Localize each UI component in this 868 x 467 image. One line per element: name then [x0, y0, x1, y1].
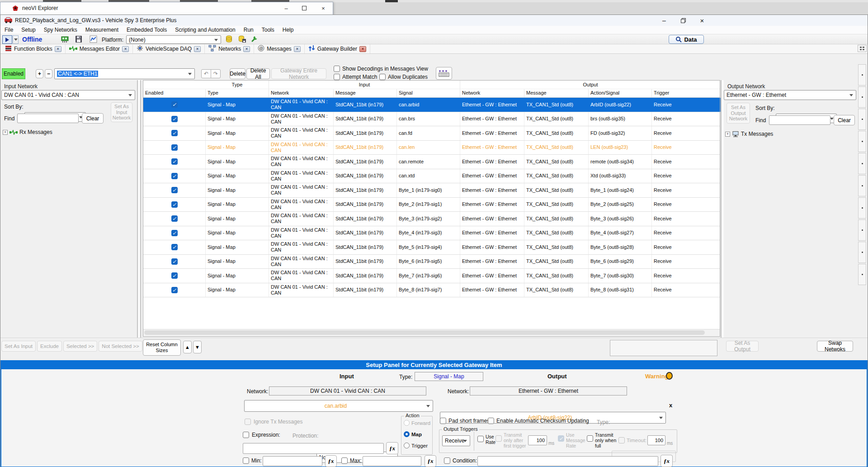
report-button[interactable] [90, 35, 99, 44]
cell-input-network[interactable]: DW CAN 01 - Vivid CAN : CAN [269, 141, 334, 155]
column-header-network[interactable]: Network [460, 89, 524, 97]
panel-layout-button[interactable] [858, 45, 867, 52]
cell-enabled[interactable]: ✓ [143, 198, 206, 212]
output-signal-remove-button[interactable]: x [669, 402, 672, 409]
cell-input-network[interactable]: DW CAN 01 - Vivid CAN : CAN [269, 269, 334, 283]
table-horizontal-scrollbar[interactable] [143, 329, 720, 336]
output-find-input[interactable] [769, 115, 830, 125]
column-header-trigger[interactable]: Trigger [652, 89, 721, 97]
save-button[interactable] [75, 35, 85, 44]
column-header-network[interactable]: Network [269, 89, 334, 97]
cell-type[interactable]: Signal - Map [206, 141, 269, 155]
cell-action-signal[interactable]: remote (out8-sig34) [589, 155, 652, 169]
cell-action-signal[interactable]: Byte_6 (out8-sig29) [589, 255, 652, 269]
cell-enabled[interactable]: ✓ [143, 283, 206, 297]
cell-enabled[interactable]: ✓ [143, 141, 206, 155]
neovi-close-button[interactable]: × [317, 3, 330, 13]
cell-type[interactable]: Signal - Map [206, 112, 269, 126]
cell-output-network[interactable]: Ethernet - GW : Ethernet [460, 283, 524, 297]
condition-checkbox[interactable]: Condition: [444, 457, 477, 464]
pad-short-frames-checkbox[interactable]: Pad short frames [440, 418, 490, 424]
max-fx-button[interactable]: ƒx [425, 455, 436, 467]
table-row[interactable]: ✓Signal - MapDW CAN 01 - Vivid CAN : CAN… [143, 240, 720, 255]
cell-input-message[interactable]: StdCAN_11bit (in179) [334, 112, 397, 126]
vspy-minimize-button[interactable]: – [655, 15, 673, 26]
input-network-select[interactable]: DW CAN 01 - Vivid CAN : CAN [1, 90, 135, 100]
min-checkbox[interactable]: Min: [243, 457, 262, 464]
allow-duplicates-checkbox[interactable]: Allow Duplicates [379, 74, 428, 80]
selected-button[interactable]: Selected >> [63, 341, 97, 352]
table-row[interactable]: ✓Signal - MapDW CAN 01 - Vivid CAN : CAN… [143, 226, 720, 241]
use-message-rate-checkbox[interactable]: ✓Use Message Rate [558, 433, 588, 448]
cell-action-signal[interactable]: FD (out8-sig32) [589, 126, 652, 140]
delete-button[interactable]: Delete [230, 68, 245, 79]
neovi-maximize-button[interactable] [298, 3, 311, 13]
cell-output-message[interactable]: TX_CAN1_Std (out8) [524, 255, 589, 269]
cell-input-network[interactable]: DW CAN 01 - Vivid CAN : CAN [269, 212, 334, 226]
cell-type[interactable]: Signal - Map [206, 226, 269, 240]
cell-output-network[interactable]: Ethernet - GW : Ethernet [460, 240, 524, 254]
cell-input-message[interactable]: StdCAN_11bit (in179) [334, 141, 397, 155]
expand-icon[interactable]: + [3, 130, 8, 135]
cell-output-message[interactable]: TX_CAN1_Std (out8) [524, 112, 589, 126]
min-fx-button[interactable]: ƒx [325, 455, 337, 467]
cell-output-network[interactable]: Ethernet - GW : Ethernet [460, 155, 524, 169]
menu-tools[interactable]: Tools [258, 26, 278, 34]
cell-signal[interactable]: Byte_8 (in179-sig7) [397, 283, 460, 297]
cell-input-network[interactable]: DW CAN 01 - Vivid CAN : CAN [269, 283, 334, 297]
rate-input[interactable]: 100 [528, 435, 547, 445]
row-enabled-checkbox[interactable]: ✓ [171, 287, 178, 293]
cell-trigger[interactable]: Receive [652, 155, 721, 169]
table-row[interactable]: ✓Signal - MapDW CAN 01 - Vivid CAN : CAN… [143, 112, 720, 127]
tab-function-blocks[interactable]: Function Blocks× [1, 44, 66, 53]
max-input[interactable] [363, 456, 421, 466]
tab-messages[interactable]: @Messages× [254, 44, 305, 53]
cell-action-signal[interactable]: Byte_8 (out8-sig31) [589, 283, 652, 297]
cell-input-network[interactable]: DW CAN 01 - Vivid CAN : CAN [269, 255, 334, 269]
cell-trigger[interactable]: Receive [652, 269, 721, 283]
expression-checkbox[interactable]: Expression: [243, 432, 280, 438]
row-enabled-checkbox[interactable]: ✓ [171, 244, 178, 250]
vspy-titlebar[interactable]: RED2_Playback_and_Log_GW.vs3 - Vehicle S… [0, 15, 868, 26]
cell-action-signal[interactable]: Xtd (out8-sig33) [589, 169, 652, 183]
cell-input-network[interactable]: DW CAN 01 - Vivid CAN : CAN [269, 112, 334, 126]
cell-output-message[interactable]: TX_CAN1_Std (out8) [524, 141, 589, 155]
row-enabled-checkbox[interactable]: ✓ [171, 258, 178, 265]
tab-close-icon[interactable]: × [194, 46, 201, 52]
column-header-message[interactable]: Message [524, 89, 589, 97]
collapsed-panel-tab[interactable] [858, 153, 866, 174]
collapsed-panel-tab[interactable] [858, 219, 866, 241]
cell-output-network[interactable]: Ethernet - GW : Ethernet [460, 212, 524, 226]
cell-enabled[interactable]: ✓ [143, 169, 206, 183]
cell-output-message[interactable]: TX_CAN1_Std (out8) [524, 198, 589, 212]
tools-button[interactable] [251, 35, 261, 44]
menu-spy-networks[interactable]: Spy Networks [40, 26, 81, 34]
cell-input-message[interactable]: StdCAN_11bit (in179) [334, 226, 397, 240]
cell-signal[interactable]: can.arbid [397, 98, 460, 112]
cell-action-signal[interactable]: brs (out8-sig35) [589, 112, 652, 126]
undo-button[interactable]: ↶ [201, 69, 211, 78]
collapsed-panel-tab[interactable] [858, 64, 866, 86]
action-forward-radio[interactable]: Forward [404, 420, 430, 426]
column-header-message[interactable]: Message [334, 89, 397, 97]
cell-output-message[interactable]: TX_CAN1_Std (out8) [524, 155, 589, 169]
cell-action-signal[interactable]: Byte_3 (out8-sig26) [589, 212, 652, 226]
row-enabled-checkbox[interactable]: ✓ [171, 215, 178, 222]
cell-output-message[interactable]: TX_CAN1_Std (out8) [524, 226, 589, 240]
cell-signal[interactable]: Byte_6 (in179-sig5) [397, 255, 460, 269]
cell-input-message[interactable]: StdCAN_11bit (in179) [334, 198, 397, 212]
move-up-button[interactable]: ▲ [183, 341, 192, 353]
collapsed-panel-tab[interactable] [858, 197, 866, 219]
collapsed-panel-tab[interactable] [858, 264, 866, 285]
row-enabled-checkbox[interactable]: ✓ [171, 144, 178, 151]
not-selected-button[interactable]: Not Selected >> [99, 341, 142, 352]
enabled-toggle-button[interactable]: Enabled [2, 68, 25, 79]
input-find-clear-button[interactable]: Clear [82, 113, 104, 124]
table-row[interactable]: ✓Signal - MapDW CAN 01 - Vivid CAN : CAN… [143, 183, 720, 198]
rx-messages-tree-item[interactable]: + Rx Messages [3, 129, 52, 135]
cell-output-network[interactable]: Ethernet - GW : Ethernet [460, 112, 524, 126]
table-row[interactable]: ✓Signal - MapDW CAN 01 - Vivid CAN : CAN… [143, 126, 720, 141]
collapsed-panel-tab[interactable] [858, 109, 866, 130]
cell-output-network[interactable]: Ethernet - GW : Ethernet [460, 198, 524, 212]
cell-output-message[interactable]: TX_CAN1_Std (out8) [524, 169, 589, 183]
